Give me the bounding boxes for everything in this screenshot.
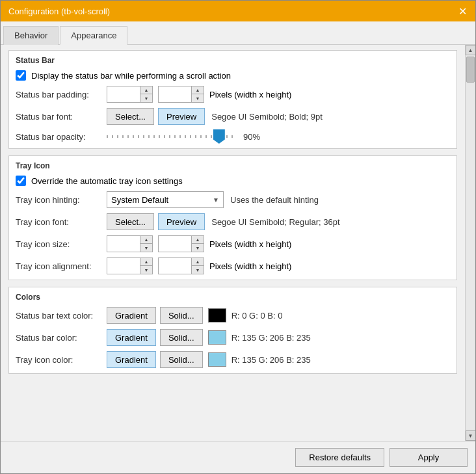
scrollbar: ▲ ▼ <box>465 45 475 441</box>
font-select-button[interactable]: Select... <box>107 108 154 125</box>
statusbar-text-color-info: R: 0 G: 0 B: 0 <box>231 311 283 321</box>
trayicon-section: Tray Icon Override the automatic tray ic… <box>8 155 457 280</box>
tab-appearance[interactable]: Appearance <box>60 26 127 45</box>
trayicon-section-title: Tray Icon <box>16 161 450 170</box>
content-area: Status Bar Display the status bar while … <box>1 45 475 441</box>
opacity-slider-track[interactable] <box>107 130 237 143</box>
display-status-bar-label: Display the status bar while performing … <box>31 71 231 81</box>
tray-font-label: Tray icon font: <box>16 217 107 227</box>
opacity-value: 90% <box>243 132 260 142</box>
trayicon-color-solid-btn[interactable]: Solid... <box>160 351 203 368</box>
font-row: Status bar font: Select... Preview Segoe… <box>16 108 450 125</box>
window-title: Configuration (tb-vol-scroll) <box>8 7 110 16</box>
scrollbar-thumb[interactable] <box>466 57 475 83</box>
padding-row: Status bar padding: 15 ▲ ▼ 5 <box>16 86 450 103</box>
restore-defaults-button[interactable]: Restore defaults <box>295 448 384 467</box>
tray-size-width-spinbox: 32 ▲ ▼ <box>107 235 153 252</box>
tray-size-width-buttons: ▲ ▼ <box>140 236 152 252</box>
tray-size-label: Tray icon size: <box>16 239 107 249</box>
padding-unit: Pixels (width x height) <box>209 90 291 99</box>
apply-button[interactable]: Apply <box>390 448 468 467</box>
scrollbar-down-button[interactable]: ▼ <box>466 430 476 441</box>
tray-align-spinbox-pair: 0 ▲ ▼ 0 ▲ ▼ <box>107 257 291 274</box>
hinting-select[interactable]: System Default None Slight Medium Full <box>107 192 223 207</box>
scroll-content: Status Bar Display the status bar while … <box>1 45 465 441</box>
statusbar-color-info: R: 135 G: 206 B: 235 <box>231 333 311 343</box>
padding-width-spinbox: 15 ▲ ▼ <box>107 86 153 103</box>
statusbar-text-color-swatch <box>208 308 226 323</box>
tray-size-spinbox-pair: 32 ▲ ▼ 32 ▲ ▼ <box>107 235 291 252</box>
padding-width-up[interactable]: ▲ <box>140 86 152 94</box>
statusbar-color-solid-btn[interactable]: Solid... <box>160 329 203 346</box>
tray-font-select-button[interactable]: Select... <box>107 213 154 230</box>
opacity-thumb[interactable] <box>213 129 225 144</box>
statusbar-text-solid-btn[interactable]: Solid... <box>160 307 203 324</box>
tray-align-y-input[interactable]: 0 <box>159 258 191 274</box>
tray-size-width-input[interactable]: 32 <box>107 236 140 252</box>
footer: Restore defaults Apply <box>1 441 475 473</box>
font-label: Status bar font: <box>16 112 107 122</box>
statusbar-color-swatch <box>208 330 226 345</box>
padding-height-down[interactable]: ▼ <box>192 94 204 102</box>
tray-align-y-down[interactable]: ▼ <box>192 266 204 274</box>
trayicon-color-info: R: 135 G: 206 B: 235 <box>231 355 311 365</box>
close-button[interactable]: ✕ <box>455 3 470 19</box>
padding-height-spinbox: 5 ▲ ▼ <box>158 86 204 103</box>
display-status-bar-checkbox[interactable] <box>16 70 26 81</box>
override-checkbox-row: Override the automatic tray icon setting… <box>16 176 450 186</box>
tray-font-info: Segoe UI Semibold; Regular; 36pt <box>211 217 339 227</box>
tray-size-unit: Pixels (width x height) <box>209 239 291 249</box>
tab-behavior[interactable]: Behavior <box>3 26 59 45</box>
opacity-dots-track <box>107 135 237 138</box>
tray-size-height-down[interactable]: ▼ <box>192 244 204 252</box>
scrollbar-up-button[interactable]: ▲ <box>466 45 476 55</box>
hinting-row: Tray icon hinting: System Default None S… <box>16 191 450 208</box>
tray-size-row: Tray icon size: 32 ▲ ▼ 32 ▲ <box>16 235 450 252</box>
tray-align-x-down[interactable]: ▼ <box>140 266 152 274</box>
statusbar-text-color-label: Status bar text color: <box>16 311 107 321</box>
tabs-bar: Behavior Appearance <box>1 21 475 45</box>
tray-align-x-input[interactable]: 0 <box>107 258 140 274</box>
padding-width-buttons: ▲ ▼ <box>140 86 152 102</box>
tray-align-row: Tray icon alignment: 0 ▲ ▼ 0 <box>16 257 450 274</box>
tray-align-unit: Pixels (width x height) <box>209 261 291 271</box>
tray-align-x-up[interactable]: ▲ <box>140 258 152 266</box>
tray-font-preview-button[interactable]: Preview <box>158 213 205 230</box>
tray-font-btn-pair: Select... Preview <box>107 213 205 230</box>
trayicon-color-gradient-btn[interactable]: Gradient <box>107 351 156 368</box>
statusbar-color-gradient-btn[interactable]: Gradient <box>107 329 156 346</box>
tray-size-width-up[interactable]: ▲ <box>140 236 152 244</box>
statusbar-section: Status Bar Display the status bar while … <box>8 50 457 149</box>
tray-size-height-spinbox: 32 ▲ ▼ <box>158 235 204 252</box>
padding-width-input[interactable]: 15 <box>107 86 140 102</box>
font-preview-button[interactable]: Preview <box>158 108 205 125</box>
main-window: Configuration (tb-vol-scroll) ✕ Behavior… <box>0 0 476 474</box>
tray-size-height-up[interactable]: ▲ <box>192 236 204 244</box>
colors-section-title: Colors <box>16 293 450 302</box>
override-tray-checkbox[interactable] <box>16 176 26 186</box>
hinting-dropdown[interactable]: System Default None Slight Medium Full ▼ <box>107 191 224 208</box>
trayicon-color-btns: Gradient Solid... <box>107 351 203 368</box>
tray-align-y-spinbox: 0 ▲ ▼ <box>158 257 204 274</box>
font-btn-pair: Select... Preview <box>107 108 205 125</box>
statusbar-text-color-btns: Gradient Solid... <box>107 307 203 324</box>
opacity-label: Status bar opacity: <box>16 132 107 142</box>
padding-height-up[interactable]: ▲ <box>192 86 204 94</box>
opacity-slider-container: 90% <box>107 130 260 143</box>
tray-size-width-down[interactable]: ▼ <box>140 244 152 252</box>
tray-size-height-buttons: ▲ ▼ <box>191 236 204 252</box>
opacity-row: Status bar opacity: 90% <box>16 130 450 143</box>
padding-spinbox-pair: 15 ▲ ▼ 5 ▲ ▼ <box>107 86 291 103</box>
hinting-label: Tray icon hinting: <box>16 195 107 205</box>
padding-height-input[interactable]: 5 <box>159 86 191 102</box>
padding-width-down[interactable]: ▼ <box>140 94 152 102</box>
statusbar-color-row: Status bar color: Gradient Solid... R: 1… <box>16 329 450 346</box>
tray-align-y-up[interactable]: ▲ <box>192 258 204 266</box>
font-info: Segoe UI Semibold; Bold; 9pt <box>211 112 323 122</box>
statusbar-color-btns: Gradient Solid... <box>107 329 203 346</box>
tray-align-x-spinbox: 0 ▲ ▼ <box>107 257 153 274</box>
statusbar-text-color-row: Status bar text color: Gradient Solid...… <box>16 307 450 324</box>
tray-size-height-input[interactable]: 32 <box>159 236 191 252</box>
statusbar-text-gradient-btn[interactable]: Gradient <box>107 307 156 324</box>
statusbar-section-title: Status Bar <box>16 56 450 65</box>
